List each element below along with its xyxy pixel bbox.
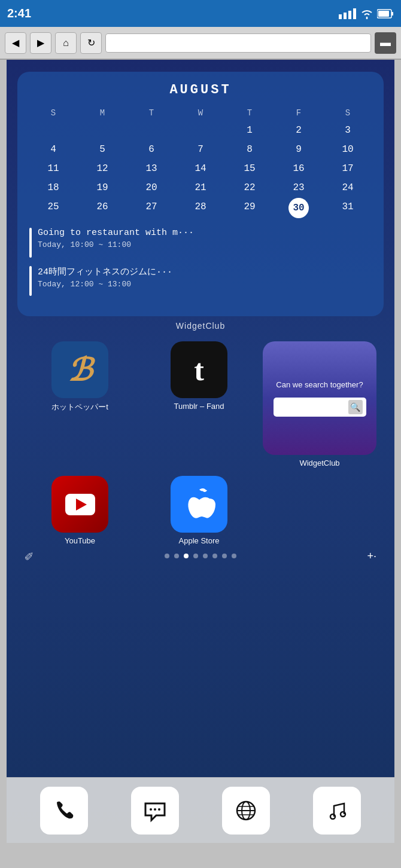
svg-rect-1	[344, 13, 347, 19]
cal-day-13[interactable]: 13	[127, 160, 175, 178]
svg-point-16	[341, 812, 345, 817]
status-bar: 2:41	[0, 0, 401, 27]
page-dot-6	[212, 554, 217, 558]
wc-search-text: Can we search together?	[276, 380, 363, 389]
cal-day-empty-4	[177, 121, 224, 139]
cal-day-9[interactable]: 9	[275, 140, 323, 158]
cal-day-empty-3	[127, 121, 175, 139]
wc-search-button[interactable]: 🔍	[348, 400, 363, 414]
svg-rect-5	[391, 12, 393, 16]
event-title-1: Going to restaurant with m···	[38, 228, 194, 238]
cal-day-21[interactable]: 21	[177, 179, 224, 197]
address-bar[interactable]	[105, 33, 371, 53]
cal-day-5[interactable]: 5	[78, 140, 126, 158]
cal-day-4[interactable]: 4	[29, 140, 77, 158]
apple-store-icon	[171, 476, 227, 533]
widgetclub-label-text: WidgetClub	[299, 459, 339, 467]
svg-rect-3	[353, 8, 356, 19]
svg-point-7	[150, 808, 152, 811]
music-icon	[325, 799, 349, 823]
hotpepper-icon: ℬ	[51, 341, 108, 398]
browser-menu-button[interactable]: ▬	[375, 32, 396, 54]
calendar-grid: S M T W T F S 1 2 3 4 5 6 7 8 9 10 11 12	[29, 106, 372, 218]
cal-day-22[interactable]: 22	[226, 179, 274, 197]
cal-day-18[interactable]: 18	[29, 179, 77, 197]
apple-logo-svg	[183, 487, 215, 522]
wc-search-field	[277, 401, 346, 413]
globe-icon	[234, 799, 258, 823]
cal-day-empty-2	[78, 121, 126, 139]
app-apple-store[interactable]: Apple Store	[144, 476, 254, 545]
page-dot-8	[232, 554, 236, 558]
tumblr-icon: t	[171, 341, 227, 398]
events-section: Going to restaurant with m··· Today, 10:…	[29, 228, 372, 296]
dock-messages[interactable]	[131, 787, 179, 835]
cal-day-12[interactable]: 12	[78, 160, 126, 178]
cal-day-7[interactable]: 7	[177, 140, 224, 158]
page-dot-7	[222, 554, 227, 558]
apple-store-label: Apple Store	[179, 536, 220, 545]
cal-header-w: W	[177, 106, 224, 120]
cal-day-31[interactable]: 31	[324, 198, 372, 218]
cal-day-10[interactable]: 10	[324, 140, 372, 158]
cal-day-2[interactable]: 2	[275, 121, 323, 139]
app-tumblr[interactable]: t Tumblr – Fand	[144, 341, 254, 467]
event-title-2: 24時間フィットネスのジムに···	[38, 266, 172, 277]
cal-day-20[interactable]: 20	[127, 179, 175, 197]
page-dot-5	[203, 554, 208, 558]
app-widgetclub[interactable]: Can we search together? 🔍 WidgetClub	[263, 341, 376, 467]
page-dot-2	[174, 554, 179, 558]
cal-day-19[interactable]: 19	[78, 179, 126, 197]
cal-day-23[interactable]: 23	[275, 179, 323, 197]
cal-day-6[interactable]: 6	[127, 140, 175, 158]
dock-phone[interactable]	[40, 787, 88, 835]
cal-day-29[interactable]: 29	[226, 198, 274, 218]
cal-day-25[interactable]: 25	[29, 198, 77, 218]
cal-day-8[interactable]: 8	[226, 140, 274, 158]
app-youtube[interactable]: YouTube	[25, 476, 135, 545]
cal-day-27[interactable]: 27	[127, 198, 175, 218]
home-button[interactable]: ⌂	[55, 32, 77, 54]
dock-browser[interactable]	[222, 787, 270, 835]
cal-day-17[interactable]: 17	[324, 160, 372, 178]
cal-day-1[interactable]: 1	[226, 121, 274, 139]
cal-day-3[interactable]: 3	[324, 121, 372, 139]
dock-music[interactable]	[313, 787, 361, 835]
hotpepper-label: ホットペッパーt	[51, 402, 108, 412]
cal-day-24[interactable]: 24	[324, 179, 372, 197]
cal-day-26[interactable]: 26	[78, 198, 126, 218]
cal-day-14[interactable]: 14	[177, 160, 224, 178]
back-button[interactable]: ◀	[5, 32, 26, 54]
app-grid: ℬ ホットペッパーt t Tumblr – Fand Can we search…	[7, 333, 394, 554]
event-item-1: Going to restaurant with m··· Today, 10:…	[29, 228, 372, 258]
phone-icon	[52, 799, 76, 823]
cal-day-15[interactable]: 15	[226, 160, 274, 178]
forward-button[interactable]: ▶	[30, 32, 51, 54]
event-text-1: Going to restaurant with m··· Today, 10:…	[38, 228, 194, 249]
cal-day-28[interactable]: 28	[177, 198, 224, 218]
page-dot-3	[184, 554, 189, 558]
youtube-triangle-icon	[76, 499, 87, 511]
svg-point-15	[330, 814, 335, 819]
page-dot-1	[165, 554, 169, 558]
cal-header-m: M	[78, 106, 126, 120]
page-dot-4	[193, 554, 198, 558]
cal-day-16[interactable]: 16	[275, 160, 323, 178]
tumblr-label: Tumblr – Fand	[174, 402, 224, 411]
cal-day-empty-1	[29, 121, 77, 139]
app-hotpepper[interactable]: ℬ ホットペッパーt	[25, 341, 135, 467]
refresh-button[interactable]: ↻	[80, 32, 102, 54]
dock	[7, 777, 394, 843]
battery-icon	[377, 8, 394, 19]
status-time: 2:41	[7, 7, 339, 20]
svg-point-8	[154, 808, 156, 811]
cal-day-11[interactable]: 11	[29, 160, 77, 178]
cal-day-30-today[interactable]: 30	[288, 198, 309, 218]
plus-icon[interactable]: +·	[367, 550, 376, 563]
svg-point-9	[158, 808, 160, 811]
widgetclub-attribution: WidgetClub	[7, 321, 394, 331]
svg-rect-6	[378, 11, 389, 17]
event-text-2: 24時間フィットネスのジムに··· Today, 12:00 ~ 13:00	[38, 266, 172, 289]
phone-screen: AUGUST S M T W T F S 1 2 3 4 5 6 7 8 9 1…	[7, 60, 394, 843]
widgetclub-widget: Can we search together? 🔍	[263, 341, 376, 455]
